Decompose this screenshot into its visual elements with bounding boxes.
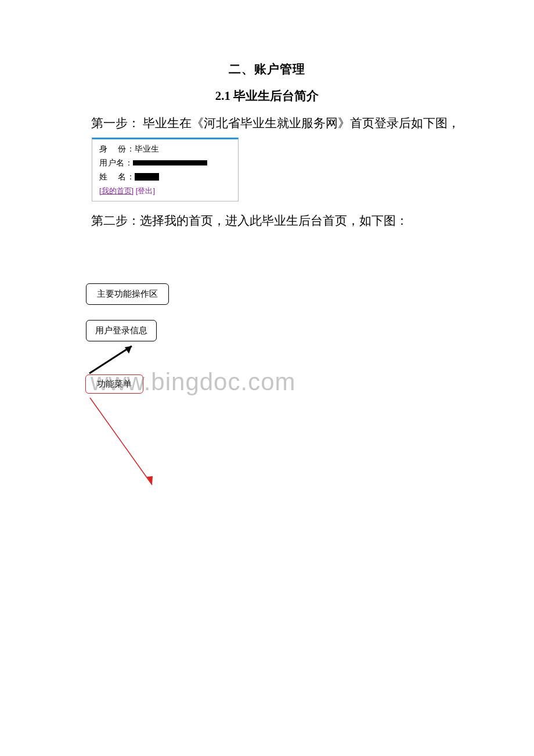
- identity-value: 毕业生: [135, 144, 159, 154]
- callout-function-menu: 功能菜单: [85, 375, 143, 394]
- login-card: 身 份：毕业生 用户名： 姓 名： [我的首页] [登出]: [92, 138, 239, 201]
- subsection-number: 2.1: [215, 89, 230, 103]
- redacted-name: [135, 173, 159, 181]
- card-links: [我的首页] [登出]: [99, 186, 231, 196]
- subsection-heading: 2.1 毕业生后台简介: [0, 88, 534, 104]
- callout-main-ops: 主要功能操作区: [86, 283, 169, 305]
- username-row: 用户名：: [99, 158, 231, 168]
- subsection-title: 毕业生后台简介: [230, 89, 319, 103]
- svg-line-0: [89, 346, 132, 373]
- section-heading: 二、账户管理: [0, 61, 534, 77]
- redacted-username: [133, 160, 207, 165]
- step-2-text: 第二步：选择我的首页，进入此毕业生后台首页，如下图：: [0, 212, 534, 231]
- svg-line-2: [90, 398, 152, 485]
- name-row: 姓 名：: [99, 172, 231, 182]
- my-home-link[interactable]: [我的首页]: [99, 186, 134, 195]
- logout-link[interactable]: [登出]: [136, 186, 155, 195]
- step-1-text: 第一步： 毕业生在《河北省毕业生就业服务网》首页登录后如下图，: [0, 114, 534, 133]
- svg-marker-3: [147, 476, 153, 485]
- identity-label-1: 身 份：: [99, 144, 135, 154]
- callout-login-info: 用户登录信息: [86, 320, 157, 341]
- arrow-black-icon: [86, 341, 145, 376]
- identity-row: 身 份：毕业生: [99, 144, 231, 154]
- username-label: 用户名：: [99, 158, 133, 168]
- arrow-red-icon: [87, 395, 203, 499]
- name-label: 姓 名：: [99, 172, 135, 182]
